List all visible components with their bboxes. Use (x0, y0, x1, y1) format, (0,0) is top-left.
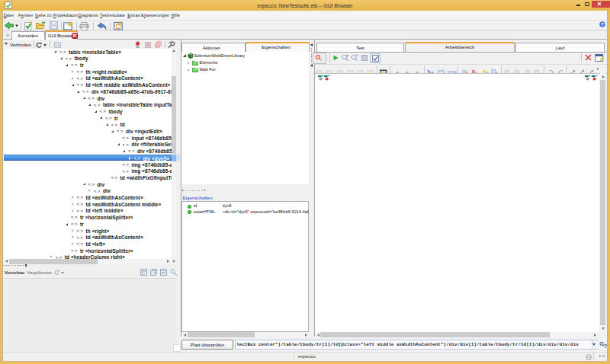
svg-text:?: ? (601, 22, 604, 27)
